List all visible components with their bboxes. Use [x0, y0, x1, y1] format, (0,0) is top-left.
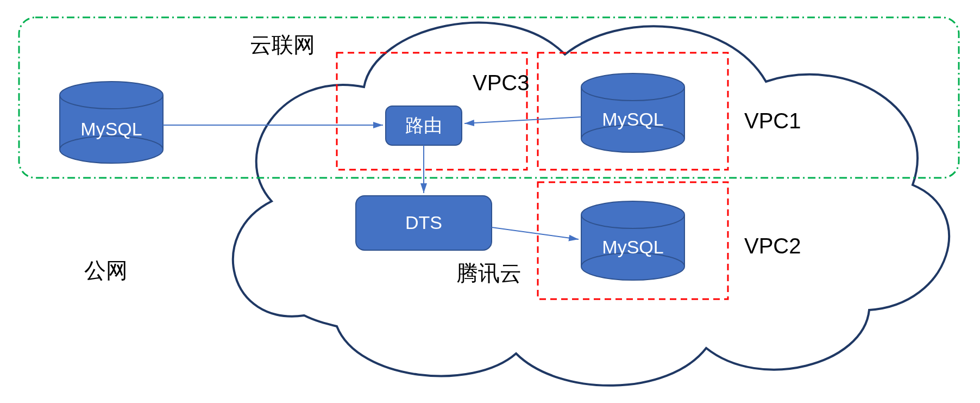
- router-node: 路由: [386, 106, 462, 145]
- vpc1-label: VPC1: [744, 109, 801, 133]
- dts-node: DTS: [356, 196, 492, 250]
- mysql-right-bottom-db-icon: MySQL: [581, 201, 684, 280]
- arrow-dts-to-mysql-bottom: [492, 227, 579, 239]
- arrow-mysql-top-to-router: [464, 117, 581, 123]
- svg-point-4: [60, 136, 163, 163]
- tencent-cloud-label: 腾讯云: [456, 261, 522, 285]
- ccn-label: 云联网: [250, 33, 315, 57]
- public-network-label: 公网: [84, 258, 128, 282]
- router-label: 路由: [405, 115, 442, 135]
- mysql-left-label: MySQL: [80, 119, 142, 139]
- tencent-cloud-cloud-icon: [233, 23, 949, 386]
- mysql-right-top-db-icon: MySQL: [581, 73, 684, 152]
- vpc2-label: VPC2: [744, 234, 801, 258]
- mysql-right-top-label: MySQL: [602, 109, 663, 129]
- mysql-left-db-icon: MySQL: [60, 82, 163, 163]
- vpc3-label: VPC3: [473, 71, 530, 95]
- mysql-right-bottom-label: MySQL: [602, 237, 663, 257]
- dts-label: DTS: [405, 212, 442, 233]
